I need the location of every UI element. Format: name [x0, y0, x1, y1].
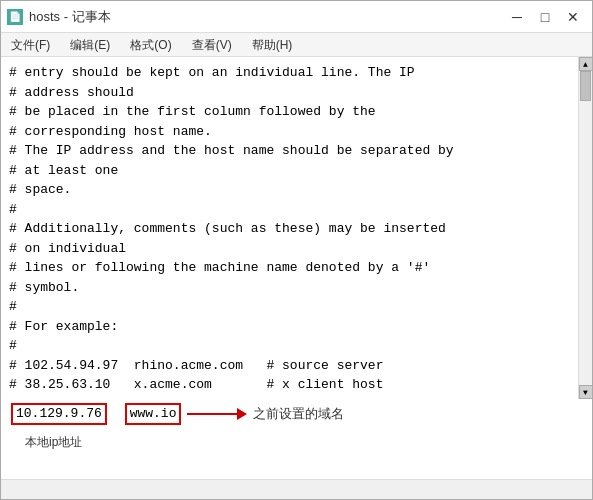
maximize-button[interactable]: □	[532, 6, 558, 28]
menu-format[interactable]: 格式(O)	[120, 35, 181, 54]
menu-file[interactable]: 文件(F)	[1, 35, 60, 54]
menu-bar: 文件(F) 编辑(E) 格式(O) 查看(V) 帮助(H)	[1, 33, 592, 57]
menu-edit[interactable]: 编辑(E)	[60, 35, 120, 54]
ip-annotation-label: 本地ip地址	[25, 435, 82, 449]
window-controls: ─ □ ✕	[504, 6, 586, 28]
main-layout: # entry should be kept on an individual …	[1, 57, 592, 479]
notepad-window: 📄 hosts - 记事本 ─ □ ✕ 文件(F) 编辑(E) 格式(O) 查看…	[0, 0, 593, 500]
menu-help[interactable]: 帮助(H)	[242, 35, 303, 54]
domain-box: www.io	[125, 403, 182, 425]
scroll-track[interactable]	[579, 71, 592, 385]
ip-label-row: 本地ip地址	[25, 433, 582, 451]
status-bar	[1, 479, 592, 499]
close-button[interactable]: ✕	[560, 6, 586, 28]
arrow-head	[237, 408, 247, 420]
domain-column: www.io	[125, 403, 182, 425]
window-title: hosts - 记事本	[29, 8, 498, 26]
menu-view[interactable]: 查看(V)	[182, 35, 242, 54]
ip-column: 10.129.9.76	[11, 403, 107, 425]
scroll-down-button[interactable]: ▼	[579, 385, 593, 399]
arrow-container	[187, 408, 247, 420]
minimize-button[interactable]: ─	[504, 6, 530, 28]
title-bar: 📄 hosts - 记事本 ─ □ ✕	[1, 1, 592, 33]
arrow-line	[187, 413, 237, 415]
app-icon: 📄	[7, 9, 23, 25]
editor-area: # entry should be kept on an individual …	[1, 57, 592, 399]
hosts-entry-row: 10.129.9.76 www.io 之前设置的域名	[11, 399, 582, 429]
scroll-thumb[interactable]	[580, 71, 591, 101]
scroll-up-button[interactable]: ▲	[579, 57, 593, 71]
annotation-area: 10.129.9.76 www.io 之前设置的域名 本地ip地址	[1, 399, 592, 479]
text-editor[interactable]: # entry should be kept on an individual …	[1, 57, 578, 399]
ip-box: 10.129.9.76	[11, 403, 107, 425]
domain-annotation-label: 之前设置的域名	[253, 405, 344, 423]
scrollbar[interactable]: ▲ ▼	[578, 57, 592, 399]
